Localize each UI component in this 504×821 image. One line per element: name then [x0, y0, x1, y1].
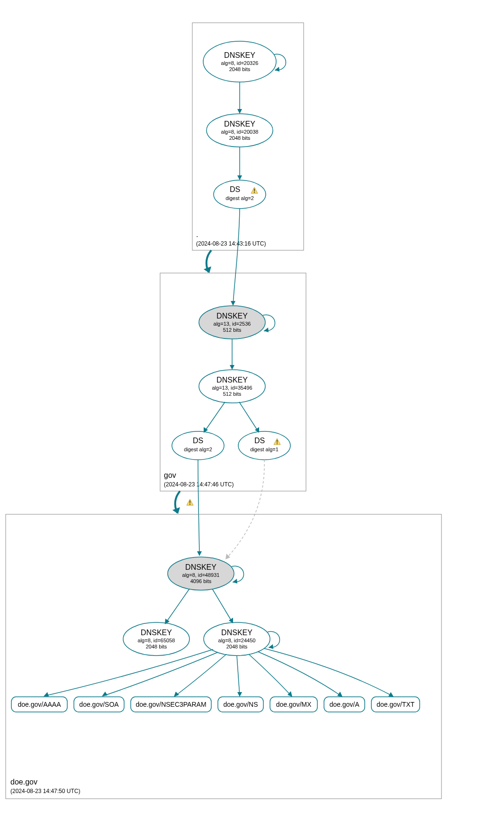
svg-line-86 — [237, 656, 240, 696]
svg-text:512 bits: 512 bits — [223, 327, 242, 333]
svg-text:DNSKEY: DNSKEY — [216, 376, 248, 384]
svg-marker-44 — [231, 301, 235, 306]
svg-text:doe.gov/SOA: doe.gov/SOA — [79, 701, 119, 708]
svg-text:!: ! — [253, 188, 255, 194]
svg-text:DNSKEY: DNSKEY — [185, 563, 216, 571]
svg-point-32 — [238, 431, 290, 460]
zone-gov-timestamp: (2024-08-23 14:47:46 UTC) — [164, 481, 234, 488]
node-doe-ksk[interactable]: DNSKEY alg=8, id=48931 4096 bits — [168, 557, 234, 590]
svg-marker-83 — [44, 692, 49, 696]
zone-root-timestamp: (2024-08-23 14:43:16 UTC) — [196, 240, 266, 247]
rrset-mx[interactable]: doe.gov/MX — [270, 697, 317, 712]
node-root-ds[interactable]: DS digest alg=2 ! — [214, 180, 266, 209]
svg-text:alg=13, id=35496: alg=13, id=35496 — [212, 385, 252, 391]
svg-marker-87 — [237, 692, 242, 697]
svg-marker-88 — [288, 691, 292, 697]
svg-text:alg=13, id=2536: alg=13, id=2536 — [214, 321, 251, 327]
svg-text:alg=8, id=20038: alg=8, id=20038 — [221, 129, 259, 135]
svg-marker-55 — [233, 579, 237, 584]
svg-text:digest alg=1: digest alg=1 — [250, 447, 279, 452]
svg-text:DNSKEY: DNSKEY — [141, 629, 172, 637]
svg-text:!: ! — [276, 439, 278, 446]
svg-text:DNSKEY: DNSKEY — [221, 629, 252, 637]
svg-text:alg=8, id=24450: alg=8, id=24450 — [218, 638, 256, 643]
node-doe-zsk2[interactable]: DNSKEY alg=8, id=24450 2048 bits — [204, 622, 270, 656]
zone-doe-timestamp: (2024-08-23 14:47:50 UTC) — [10, 788, 80, 794]
node-gov-zsk[interactable]: DNSKEY alg=13, id=35496 512 bits — [199, 370, 265, 403]
svg-marker-48 — [197, 551, 202, 556]
svg-text:doe.gov/NSEC3PARAM: doe.gov/NSEC3PARAM — [135, 701, 206, 708]
rrset-aaaa[interactable]: doe.gov/AAAA — [11, 697, 67, 712]
svg-text:DS: DS — [230, 185, 240, 193]
svg-text:DS: DS — [193, 437, 203, 445]
svg-text:alg=8, id=48931: alg=8, id=48931 — [182, 572, 220, 578]
svg-text:2048 bits: 2048 bits — [226, 644, 248, 649]
node-doe-zsk1[interactable]: DNSKEY alg=8, id=65058 2048 bits — [123, 622, 189, 656]
svg-text:DS: DS — [254, 437, 265, 445]
svg-marker-64 — [269, 644, 273, 649]
rrset-a[interactable]: doe.gov/A — [324, 697, 365, 712]
rrset-nsec3param[interactable]: doe.gov/NSEC3PARAM — [131, 697, 211, 712]
node-root-ksk[interactable]: DNSKEY alg=8, id=20326 2048 bits — [203, 41, 276, 82]
node-gov-ksk[interactable]: DNSKEY alg=13, id=2536 512 bits — [199, 306, 265, 339]
svg-text:digest alg=2: digest alg=2 — [184, 447, 212, 452]
node-root-zsk[interactable]: DNSKEY alg=8, id=20038 2048 bits — [207, 114, 273, 147]
zone-gov-name: gov — [164, 471, 176, 479]
svg-line-41 — [239, 402, 258, 431]
svg-point-10 — [214, 180, 266, 209]
svg-text:2048 bits: 2048 bits — [229, 135, 251, 141]
svg-text:digest alg=2: digest alg=2 — [225, 195, 254, 201]
svg-text:alg=8, id=20326: alg=8, id=20326 — [221, 60, 259, 66]
svg-marker-18 — [237, 175, 242, 180]
svg-text:alg=8, id=65058: alg=8, id=65058 — [138, 638, 175, 643]
svg-text:doe.gov/TXT: doe.gov/TXT — [377, 701, 415, 708]
node-label: DNSKEY — [224, 51, 255, 59]
svg-text:DNSKEY: DNSKEY — [224, 120, 255, 128]
svg-text:doe.gov/MX: doe.gov/MX — [276, 701, 312, 708]
svg-text:512 bits: 512 bits — [223, 391, 242, 397]
rrset-txt[interactable]: doe.gov/TXT — [371, 697, 420, 712]
svg-point-29 — [172, 431, 224, 460]
svg-text:doe.gov/AAAA: doe.gov/AAAA — [18, 701, 61, 708]
svg-marker-16 — [237, 109, 242, 114]
svg-marker-85 — [174, 692, 179, 697]
node-gov-ds1[interactable]: DS digest alg=2 — [172, 431, 224, 460]
svg-line-39 — [205, 402, 225, 431]
svg-text:doe.gov/A: doe.gov/A — [329, 701, 360, 708]
zone-doe: doe.gov (2024-08-23 14:47:50 UTC) DNSKEY… — [6, 514, 441, 799]
svg-marker-38 — [230, 365, 234, 370]
svg-text:4096 bits: 4096 bits — [190, 578, 212, 584]
warning-icon: ! — [187, 499, 193, 506]
zone-doe-name: doe.gov — [10, 778, 37, 786]
rrset-ns[interactable]: doe.gov/NS — [218, 697, 263, 712]
rrset-soa[interactable]: doe.gov/SOA — [74, 697, 124, 712]
svg-text:2048 bits: 2048 bits — [146, 644, 167, 649]
svg-text:!: ! — [189, 500, 191, 506]
svg-text:DNSKEY: DNSKEY — [216, 312, 248, 320]
svg-marker-24 — [264, 328, 269, 332]
svg-marker-5 — [275, 67, 279, 72]
svg-line-65 — [166, 589, 189, 623]
svg-marker-84 — [102, 692, 108, 696]
svg-text:doe.gov/NS: doe.gov/NS — [223, 701, 258, 708]
svg-line-67 — [212, 589, 232, 622]
zone-root: . (2024-08-23 14:43:16 UTC) DNSKEY alg=8… — [192, 23, 304, 250]
node-gov-ds2[interactable]: DS digest alg=1 ! — [238, 431, 290, 460]
svg-text:2048 bits: 2048 bits — [229, 66, 251, 72]
zone-root-name: . — [196, 230, 198, 238]
dnssec-diagram: . (2024-08-23 14:43:16 UTC) DNSKEY alg=8… — [0, 0, 504, 821]
